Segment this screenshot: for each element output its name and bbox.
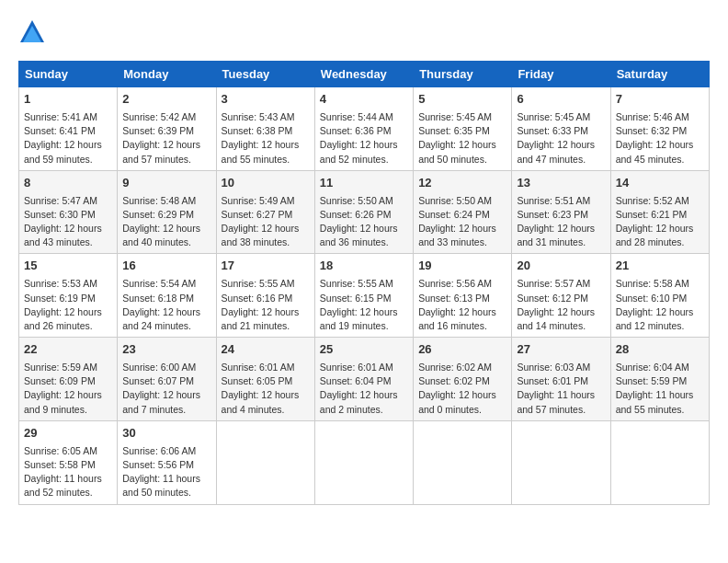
calendar-empty-cell [610, 420, 709, 504]
calendar-header [18, 18, 710, 46]
day-info: Sunrise: 5:52 AM Sunset: 6:21 PM Dayligh… [616, 194, 704, 250]
day-info: Sunrise: 5:58 AM Sunset: 6:10 PM Dayligh… [616, 277, 704, 333]
calendar-day-cell: 5Sunrise: 5:45 AM Sunset: 6:35 PM Daylig… [414, 87, 512, 171]
weekday-header-cell: Sunday [19, 62, 118, 87]
day-number: 23 [122, 341, 210, 359]
day-info: Sunrise: 5:50 AM Sunset: 6:26 PM Dayligh… [320, 194, 408, 250]
day-number: 18 [320, 258, 408, 275]
calendar-day-cell: 20Sunrise: 5:57 AM Sunset: 6:12 PM Dayli… [512, 254, 610, 338]
calendar-day-cell: 1Sunrise: 5:41 AM Sunset: 6:41 PM Daylig… [19, 87, 118, 171]
day-info: Sunrise: 5:42 AM Sunset: 6:39 PM Dayligh… [122, 110, 210, 167]
day-number: 1 [24, 91, 112, 109]
calendar-empty-cell [216, 420, 314, 504]
weekday-header-cell: Monday [118, 62, 216, 87]
day-number: 7 [616, 91, 704, 109]
calendar-empty-cell [414, 420, 512, 504]
day-info: Sunrise: 5:46 AM Sunset: 6:32 PM Dayligh… [616, 110, 704, 167]
day-info: Sunrise: 6:01 AM Sunset: 6:04 PM Dayligh… [320, 361, 408, 417]
day-number: 24 [222, 341, 310, 359]
weekday-header-cell: Friday [512, 62, 610, 87]
day-info: Sunrise: 6:00 AM Sunset: 6:07 PM Dayligh… [122, 361, 210, 417]
day-number: 26 [418, 341, 506, 359]
day-info: Sunrise: 6:06 AM Sunset: 5:56 PM Dayligh… [122, 444, 210, 500]
day-info: Sunrise: 6:05 AM Sunset: 5:58 PM Dayligh… [24, 444, 112, 500]
calendar-day-cell: 23Sunrise: 6:00 AM Sunset: 6:07 PM Dayli… [118, 338, 216, 421]
day-number: 11 [320, 175, 408, 192]
calendar-day-cell: 12Sunrise: 5:50 AM Sunset: 6:24 PM Dayli… [414, 170, 512, 254]
calendar-day-cell: 7Sunrise: 5:46 AM Sunset: 6:32 PM Daylig… [610, 87, 709, 171]
calendar-day-cell: 19Sunrise: 5:56 AM Sunset: 6:13 PM Dayli… [414, 254, 512, 338]
day-number: 5 [418, 91, 506, 109]
weekday-header-cell: Wednesday [314, 62, 413, 87]
day-info: Sunrise: 5:50 AM Sunset: 6:24 PM Dayligh… [418, 194, 506, 250]
calendar-day-cell: 24Sunrise: 6:01 AM Sunset: 6:05 PM Dayli… [216, 338, 314, 421]
day-info: Sunrise: 6:02 AM Sunset: 6:02 PM Dayligh… [418, 361, 506, 417]
day-number: 28 [616, 341, 704, 359]
day-info: Sunrise: 5:41 AM Sunset: 6:41 PM Dayligh… [24, 110, 112, 167]
logo-icon [18, 18, 46, 46]
calendar-day-cell: 22Sunrise: 5:59 AM Sunset: 6:09 PM Dayli… [19, 338, 118, 421]
calendar-day-cell: 26Sunrise: 6:02 AM Sunset: 6:02 PM Dayli… [414, 338, 512, 421]
day-number: 9 [122, 175, 210, 192]
calendar-day-cell: 13Sunrise: 5:51 AM Sunset: 6:23 PM Dayli… [512, 170, 610, 254]
calendar-day-cell: 27Sunrise: 6:03 AM Sunset: 6:01 PM Dayli… [512, 338, 610, 421]
day-number: 30 [122, 425, 210, 442]
day-number: 15 [24, 258, 112, 275]
day-info: Sunrise: 6:01 AM Sunset: 6:05 PM Dayligh… [222, 361, 310, 417]
calendar-day-cell: 10Sunrise: 5:49 AM Sunset: 6:27 PM Dayli… [216, 170, 314, 254]
calendar-day-cell: 15Sunrise: 5:53 AM Sunset: 6:19 PM Dayli… [19, 254, 118, 338]
day-number: 4 [320, 91, 408, 109]
calendar-day-cell: 9Sunrise: 5:48 AM Sunset: 6:29 PM Daylig… [118, 170, 216, 254]
day-number: 17 [222, 258, 310, 275]
day-info: Sunrise: 5:49 AM Sunset: 6:27 PM Dayligh… [222, 194, 310, 250]
calendar-body: 1Sunrise: 5:41 AM Sunset: 6:41 PM Daylig… [19, 87, 710, 505]
calendar-day-cell: 2Sunrise: 5:42 AM Sunset: 6:39 PM Daylig… [118, 87, 216, 171]
day-number: 25 [320, 341, 408, 359]
calendar-week-row: 29Sunrise: 6:05 AM Sunset: 5:58 PM Dayli… [19, 420, 710, 504]
day-number: 21 [616, 258, 704, 275]
weekday-header-cell: Saturday [610, 62, 709, 87]
day-number: 10 [222, 175, 310, 192]
day-info: Sunrise: 5:54 AM Sunset: 6:18 PM Dayligh… [122, 277, 210, 333]
day-number: 2 [122, 91, 210, 109]
calendar-day-cell: 21Sunrise: 5:58 AM Sunset: 6:10 PM Dayli… [610, 254, 709, 338]
day-number: 8 [24, 175, 112, 192]
day-number: 27 [517, 341, 605, 359]
day-info: Sunrise: 5:51 AM Sunset: 6:23 PM Dayligh… [517, 194, 605, 250]
calendar-day-cell: 14Sunrise: 5:52 AM Sunset: 6:21 PM Dayli… [610, 170, 709, 254]
day-info: Sunrise: 5:57 AM Sunset: 6:12 PM Dayligh… [517, 277, 605, 333]
calendar-day-cell: 25Sunrise: 6:01 AM Sunset: 6:04 PM Dayli… [314, 338, 413, 421]
day-info: Sunrise: 6:04 AM Sunset: 5:59 PM Dayligh… [616, 361, 704, 417]
day-number: 13 [517, 175, 605, 192]
calendar-day-cell: 6Sunrise: 5:45 AM Sunset: 6:33 PM Daylig… [512, 87, 610, 171]
calendar-day-cell: 28Sunrise: 6:04 AM Sunset: 5:59 PM Dayli… [610, 338, 709, 421]
weekday-header-cell: Tuesday [216, 62, 314, 87]
day-number: 22 [24, 341, 112, 359]
calendar-day-cell: 18Sunrise: 5:55 AM Sunset: 6:15 PM Dayli… [314, 254, 413, 338]
calendar-day-cell: 16Sunrise: 5:54 AM Sunset: 6:18 PM Dayli… [118, 254, 216, 338]
day-info: Sunrise: 6:03 AM Sunset: 6:01 PM Dayligh… [517, 361, 605, 417]
calendar-day-cell: 29Sunrise: 6:05 AM Sunset: 5:58 PM Dayli… [19, 420, 118, 504]
calendar-week-row: 15Sunrise: 5:53 AM Sunset: 6:19 PM Dayli… [19, 254, 710, 338]
calendar-week-row: 8Sunrise: 5:47 AM Sunset: 6:30 PM Daylig… [19, 170, 710, 254]
calendar-table: SundayMondayTuesdayWednesdayThursdayFrid… [18, 61, 710, 505]
logo [18, 18, 50, 46]
day-info: Sunrise: 5:44 AM Sunset: 6:36 PM Dayligh… [320, 110, 408, 167]
calendar-day-cell: 8Sunrise: 5:47 AM Sunset: 6:30 PM Daylig… [19, 170, 118, 254]
day-number: 3 [222, 91, 310, 109]
day-info: Sunrise: 5:55 AM Sunset: 6:15 PM Dayligh… [320, 277, 408, 333]
day-info: Sunrise: 5:45 AM Sunset: 6:35 PM Dayligh… [418, 110, 506, 167]
calendar-day-cell: 3Sunrise: 5:43 AM Sunset: 6:38 PM Daylig… [216, 87, 314, 171]
calendar-empty-cell [512, 420, 610, 504]
day-info: Sunrise: 5:59 AM Sunset: 6:09 PM Dayligh… [24, 361, 112, 417]
calendar-day-cell: 11Sunrise: 5:50 AM Sunset: 6:26 PM Dayli… [314, 170, 413, 254]
day-number: 29 [24, 425, 112, 442]
calendar-day-cell: 4Sunrise: 5:44 AM Sunset: 6:36 PM Daylig… [314, 87, 413, 171]
calendar-empty-cell [314, 420, 413, 504]
day-number: 6 [517, 91, 605, 109]
calendar-day-cell: 17Sunrise: 5:55 AM Sunset: 6:16 PM Dayli… [216, 254, 314, 338]
day-info: Sunrise: 5:47 AM Sunset: 6:30 PM Dayligh… [24, 194, 112, 250]
day-number: 16 [122, 258, 210, 275]
day-number: 12 [418, 175, 506, 192]
day-number: 20 [517, 258, 605, 275]
